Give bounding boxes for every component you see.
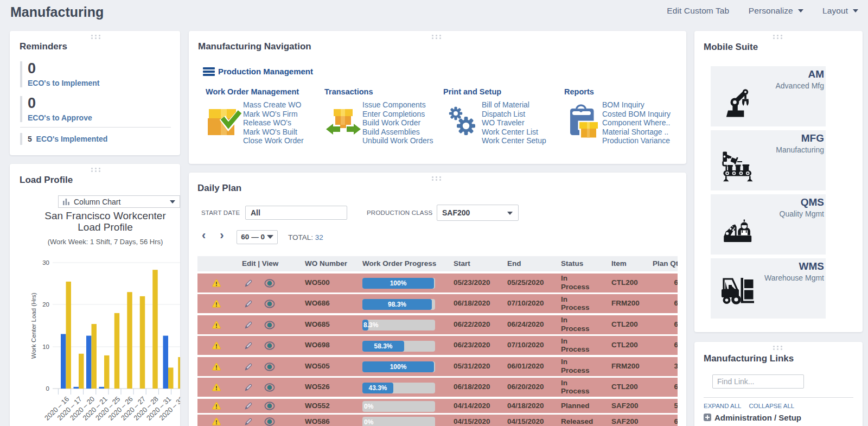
svg-text:10: 10 [42,344,49,350]
svg-text:20: 20 [42,301,49,308]
svg-text:0: 0 [46,385,49,392]
svg-text:30: 30 [42,259,49,266]
svg-text:Work Center Load (Hrs): Work Center Load (Hrs) [30,293,37,359]
